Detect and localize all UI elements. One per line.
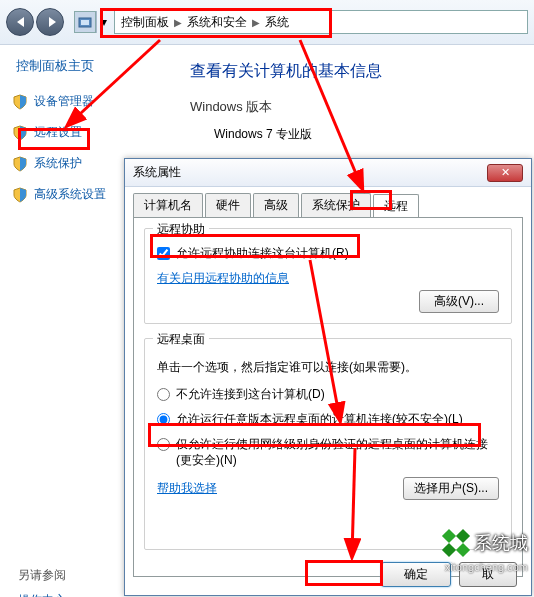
sidebar-label: 远程设置 <box>34 124 82 141</box>
opt-deny-label: 不允许连接到这台计算机(D) <box>176 386 325 403</box>
select-users-button[interactable]: 选择用户(S)... <box>403 477 499 500</box>
sidebar-label: 系统保护 <box>34 155 82 172</box>
shield-icon <box>12 156 28 172</box>
remote-desktop-group: 远程桌面 单击一个选项，然后指定谁可以连接(如果需要)。 不允许连接到这台计算机… <box>144 338 512 550</box>
allow-assist-row: 允许远程协助连接这台计算机(R) <box>157 239 499 262</box>
opt-nla-row: 仅允许运行使用网络级别身份验证的远程桌面的计算机连接(更安全)(N) <box>157 436 499 470</box>
desktop-desc: 单击一个选项，然后指定谁可以连接(如果需要)。 <box>157 353 499 376</box>
sidebar-item-device-manager[interactable]: 设备管理器 <box>10 89 170 114</box>
tab-advanced[interactable]: 高级 <box>253 193 299 217</box>
crumb-sep-icon: ▶ <box>174 17 182 28</box>
crumb-0[interactable]: 控制面板 <box>121 14 169 31</box>
group-legend: 远程桌面 <box>153 331 209 348</box>
dialog-title-text: 系统属性 <box>133 164 181 181</box>
address-dropdown[interactable]: ▾ <box>96 11 110 33</box>
diamond-icon <box>442 543 456 557</box>
opt-nla-radio[interactable] <box>157 438 170 451</box>
opt-deny-radio[interactable] <box>157 388 170 401</box>
page-title: 查看有关计算机的基本信息 <box>190 61 524 82</box>
watermark: 系统城 <box>442 529 528 557</box>
explorer-header: ▾ 控制面板▶ 系统和安全▶ 系统 <box>0 0 534 45</box>
group-legend: 远程协助 <box>153 221 209 238</box>
sidebar-label: 设备管理器 <box>34 93 94 110</box>
ok-button[interactable]: 确定 <box>381 562 451 587</box>
help-choose-link[interactable]: 帮助我选择 <box>157 480 217 497</box>
tab-system-protection[interactable]: 系统保护 <box>301 193 371 217</box>
tab-remote[interactable]: 远程 <box>373 194 419 218</box>
remote-assistance-group: 远程协助 允许远程协助连接这台计算机(R) 有关启用远程协助的信息 高级(V).… <box>144 228 512 324</box>
diamond-icon <box>456 543 470 557</box>
shield-icon <box>12 94 28 110</box>
sidebar-label: 高级系统设置 <box>34 186 106 203</box>
allow-assist-checkbox[interactable] <box>157 247 170 260</box>
address-icon[interactable] <box>74 11 96 33</box>
watermark-url: xitongcheng.com <box>445 561 528 573</box>
opt-nla-label: 仅允许运行使用网络级别身份验证的远程桌面的计算机连接(更安全)(N) <box>176 436 499 470</box>
crumb-sep-icon: ▶ <box>252 17 260 28</box>
version-heading: Windows 版本 <box>190 98 524 116</box>
crumb-2[interactable]: 系统 <box>265 14 289 31</box>
shield-icon <box>12 187 28 203</box>
assist-info-link[interactable]: 有关启用远程协助的信息 <box>157 270 499 287</box>
sidebar-home-link[interactable]: 控制面板主页 <box>10 57 170 75</box>
shield-icon <box>12 125 28 141</box>
opt-any-row: 允许运行任意版本远程桌面的计算机连接(较不安全)(L) <box>157 411 499 428</box>
tab-body-remote: 远程协助 允许远程协助连接这台计算机(R) 有关启用远程协助的信息 高级(V).… <box>133 217 523 577</box>
opt-any-radio[interactable] <box>157 413 170 426</box>
breadcrumb[interactable]: 控制面板▶ 系统和安全▶ 系统 <box>114 10 528 34</box>
diamond-icon <box>456 529 470 543</box>
tab-computer-name[interactable]: 计算机名 <box>133 193 203 217</box>
tab-hardware[interactable]: 硬件 <box>205 193 251 217</box>
svg-rect-1 <box>81 20 89 25</box>
advanced-button[interactable]: 高级(V)... <box>419 290 499 313</box>
version-value: Windows 7 专业版 <box>190 126 524 143</box>
close-button[interactable]: ✕ <box>487 164 523 182</box>
diamond-icon <box>442 529 456 543</box>
crumb-1[interactable]: 系统和安全 <box>187 14 247 31</box>
dialog-titlebar[interactable]: 系统属性 ✕ <box>125 159 531 187</box>
tab-strip: 计算机名 硬件 高级 系统保护 远程 <box>125 187 531 217</box>
allow-assist-label: 允许远程协助连接这台计算机(R) <box>176 245 349 262</box>
sidebar-item-remote-settings[interactable]: 远程设置 <box>10 120 170 145</box>
watermark-text: 系统城 <box>474 531 528 555</box>
nav-forward-button[interactable] <box>36 8 64 36</box>
opt-any-label: 允许运行任意版本远程桌面的计算机连接(较不安全)(L) <box>176 411 463 428</box>
nav-back-button[interactable] <box>6 8 34 36</box>
close-icon: ✕ <box>501 166 510 179</box>
opt-deny-row: 不允许连接到这台计算机(D) <box>157 386 499 403</box>
